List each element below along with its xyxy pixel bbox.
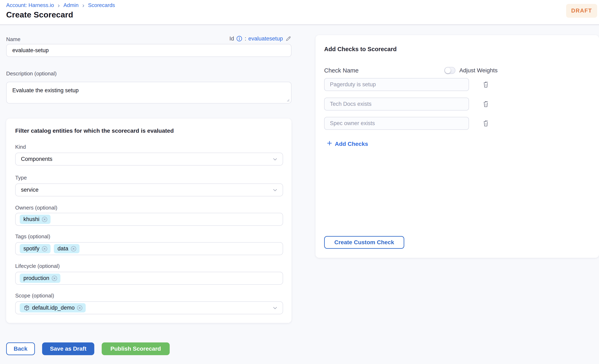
check-row xyxy=(324,117,493,130)
create-custom-check-button[interactable]: Create Custom Check xyxy=(324,236,404,249)
remove-icon[interactable] xyxy=(70,246,77,252)
chevron-right-icon: › xyxy=(58,2,60,9)
tag-chip: data xyxy=(54,244,79,253)
tag-chip: spotify xyxy=(20,244,51,253)
lifecycle-chip: production xyxy=(20,274,60,283)
id-label: Id xyxy=(229,36,234,42)
breadcrumb: Account: Harness.io › Admin › Scorecards xyxy=(6,2,115,9)
create-scorecard-page: Account: Harness.io › Admin › Scorecards… xyxy=(0,0,599,364)
breadcrumb-admin-link[interactable]: Admin xyxy=(63,2,79,9)
trash-icon[interactable] xyxy=(483,120,489,128)
type-select[interactable]: service xyxy=(15,183,283,196)
toggle-knob xyxy=(445,68,451,73)
breadcrumb-account-link[interactable]: Account: Harness.io xyxy=(6,2,54,9)
description-textarea[interactable]: Evaluate the existing setup xyxy=(6,82,291,104)
name-label: Name xyxy=(6,36,20,43)
type-label: Type xyxy=(15,174,27,181)
plus-icon xyxy=(327,140,332,148)
add-checks-label: Add Checks xyxy=(335,141,368,147)
id-value-link[interactable]: evaluatesetup xyxy=(248,36,283,42)
adjust-weights-toggle[interactable] xyxy=(444,67,455,74)
scope-chip-label: default.idp_demo xyxy=(32,305,75,311)
edit-icon[interactable] xyxy=(285,35,291,42)
owner-chip: khushi xyxy=(20,215,51,224)
tag-chip-label: data xyxy=(58,246,68,252)
chevron-down-icon xyxy=(272,305,278,312)
checks-panel-title: Add Checks to Scorecard xyxy=(324,46,397,53)
breadcrumb-scorecards-link[interactable]: Scorecards xyxy=(88,2,115,9)
tag-chip-label: spotify xyxy=(23,246,39,252)
trash-icon[interactable] xyxy=(483,100,489,108)
save-as-draft-button[interactable]: Save as Draft xyxy=(42,342,94,355)
adjust-weights-label: Adjust Weights xyxy=(459,67,498,74)
remove-icon[interactable] xyxy=(42,216,48,222)
remove-icon[interactable] xyxy=(42,246,48,252)
owners-field[interactable]: khushi xyxy=(15,213,283,226)
kind-select-value: Components xyxy=(21,156,52,162)
publish-scorecard-button[interactable]: Publish Scorecard xyxy=(102,342,170,355)
info-icon[interactable] xyxy=(236,35,243,42)
scope-chip: default.idp_demo xyxy=(20,303,86,312)
chevron-right-icon: › xyxy=(82,2,84,9)
tags-field[interactable]: spotify data xyxy=(15,242,283,255)
id-separator: : xyxy=(245,36,246,42)
status-badge: DRAFT xyxy=(566,4,597,18)
back-button[interactable]: Back xyxy=(6,342,35,355)
lifecycle-chip-label: production xyxy=(23,275,49,281)
chevron-down-icon xyxy=(272,187,278,195)
owners-label: Owners (optional) xyxy=(15,204,57,211)
remove-icon[interactable] xyxy=(77,305,83,311)
filter-title: Filter catalog entities for which the sc… xyxy=(15,128,174,134)
scope-cube-icon xyxy=(23,305,30,311)
remove-icon[interactable] xyxy=(51,275,58,281)
scope-field[interactable]: default.idp_demo xyxy=(15,301,283,314)
page-title: Create Scorecard xyxy=(6,10,73,19)
check-row xyxy=(324,98,493,111)
description-label: Description (optional) xyxy=(6,70,57,77)
check-name-label: Check Name xyxy=(324,66,359,75)
scope-label: Scope (optional) xyxy=(15,292,54,299)
lifecycle-field[interactable]: production xyxy=(15,272,283,285)
name-input[interactable] xyxy=(6,44,291,57)
kind-label: Kind xyxy=(15,144,26,150)
check-name-input[interactable] xyxy=(324,78,469,91)
id-row: Id : evaluatesetup xyxy=(229,35,291,42)
tags-label: Tags (optional) xyxy=(15,233,50,240)
check-row xyxy=(324,78,493,91)
type-select-value: service xyxy=(21,187,39,193)
kind-select[interactable]: Components xyxy=(15,153,283,166)
add-checks-button[interactable]: Add Checks xyxy=(327,140,368,148)
filter-card: Filter catalog entities for which the sc… xyxy=(6,118,291,323)
lifecycle-label: Lifecycle (optional) xyxy=(15,263,60,269)
page-header: Account: Harness.io › Admin › Scorecards… xyxy=(0,0,599,25)
check-name-input[interactable] xyxy=(324,117,469,130)
chevron-down-icon xyxy=(272,156,278,164)
checks-panel: Add Checks to Scorecard Check Name Adjus… xyxy=(316,35,599,258)
owner-chip-label: khushi xyxy=(23,216,39,222)
trash-icon[interactable] xyxy=(483,81,489,89)
check-name-input[interactable] xyxy=(324,98,469,111)
